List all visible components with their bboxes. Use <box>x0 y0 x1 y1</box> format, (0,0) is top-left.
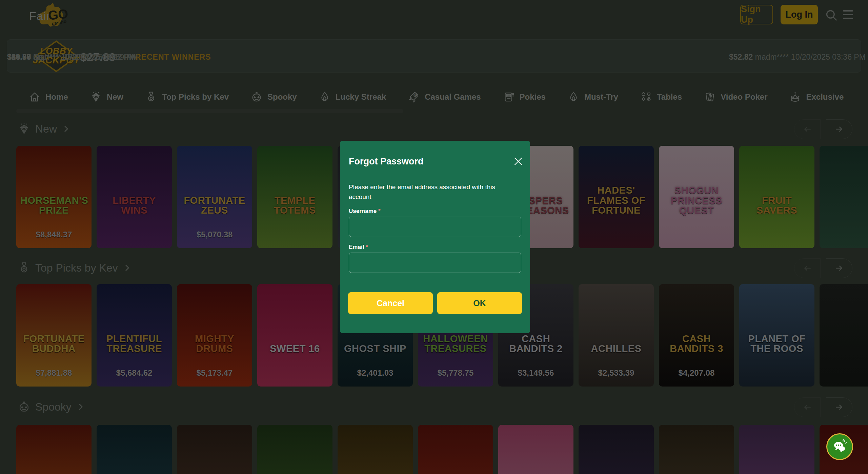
modal-message: Please enter the email address associate… <box>349 182 508 202</box>
username-label: Username * <box>349 208 381 215</box>
email-input[interactable] <box>349 253 521 273</box>
ok-button[interactable]: OK <box>437 292 522 314</box>
email-label: Email * <box>349 244 368 251</box>
modal-title: Forgot Password <box>349 156 424 167</box>
live-chat-button[interactable] <box>826 433 853 460</box>
required-marker: * <box>366 244 368 250</box>
forgot-password-modal: Forgot Password Please enter the email a… <box>340 141 530 333</box>
required-marker: * <box>378 208 381 214</box>
chat-bubbles-icon <box>832 439 848 455</box>
username-input[interactable] <box>349 217 521 237</box>
page: Fair GO casino Sign Up Log In LOBBYJACKP… <box>0 0 868 474</box>
close-icon[interactable] <box>513 156 523 166</box>
cancel-button[interactable]: Cancel <box>348 292 433 314</box>
